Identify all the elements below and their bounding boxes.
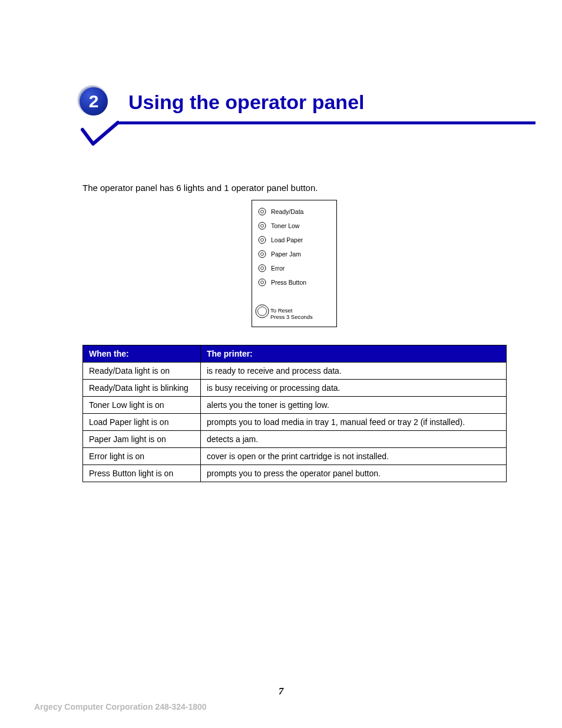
table-row: Error light is on cover is open or the p…	[83, 447, 507, 465]
table-cell-when: Paper Jam light is on	[83, 430, 201, 447]
table-cell-printer: is ready to receive and process data.	[201, 362, 507, 379]
panel-light-label: Ready/Data	[271, 209, 303, 215]
led-icon	[258, 250, 266, 258]
panel-light-row: Toner Low	[258, 222, 330, 230]
panel-light-label: Error	[271, 265, 285, 272]
table-cell-when: Ready/Data light is blinking	[83, 379, 201, 396]
led-icon	[258, 222, 266, 230]
table-header-when: When the:	[83, 345, 201, 362]
panel-light-row: Paper Jam	[258, 250, 330, 258]
table-row: Load Paper light is on prompts you to lo…	[83, 413, 507, 430]
table-cell-when: Ready/Data light is on	[83, 362, 201, 379]
svg-point-3	[261, 225, 264, 228]
table-cell-printer: is busy receiving or processing data.	[201, 379, 507, 396]
table-row: Toner Low light is on alerts you the ton…	[83, 396, 507, 413]
table-row: Ready/Data light is blinking is busy rec…	[83, 379, 507, 396]
chapter-title: Using the operator panel	[128, 91, 365, 114]
reset-text: To Reset Press 3 Seconds	[270, 308, 313, 321]
table-cell-printer: alerts you the toner is getting low.	[201, 396, 507, 413]
led-icon	[258, 236, 266, 244]
intro-text: The operator panel has 6 lights and 1 op…	[82, 183, 506, 193]
table-cell-printer: detects a jam.	[201, 430, 507, 447]
footer-text: Argecy Computer Corporation 248-324-1800	[34, 702, 207, 711]
table-cell-printer: prompts you to press the operator panel …	[201, 465, 507, 482]
panel-light-label: Paper Jam	[271, 251, 301, 258]
table-cell-when: Error light is on	[83, 447, 201, 465]
svg-point-6	[259, 251, 266, 258]
reset-button-icon	[255, 304, 269, 318]
chapter-number-badge: 2	[80, 87, 110, 118]
table-header-printer: The printer:	[201, 345, 507, 362]
svg-point-7	[261, 253, 264, 256]
svg-point-10	[259, 279, 266, 286]
table-cell-when: Press Button light is on	[83, 465, 201, 482]
table-cell-printer: prompts you to load media in tray 1, man…	[201, 413, 507, 430]
svg-point-0	[259, 208, 266, 215]
svg-point-2	[259, 222, 266, 229]
table-row: Paper Jam light is on detects a jam.	[83, 430, 507, 447]
panel-light-label: Load Paper	[271, 237, 303, 243]
svg-point-11	[261, 281, 264, 284]
led-icon	[258, 278, 266, 286]
operator-panel-illustration: Ready/Data Toner Low Load Paper Paper Ja…	[252, 200, 337, 327]
page-number: 7	[0, 686, 562, 697]
panel-light-row: Load Paper	[258, 236, 330, 244]
chapter-rule	[118, 121, 535, 124]
panel-light-row: Press Button	[258, 278, 330, 286]
table-row: Ready/Data light is on is ready to recei…	[83, 362, 507, 379]
panel-light-row: Ready/Data	[258, 207, 330, 216]
chapter-header: 2 Using the operator panel	[82, 83, 506, 153]
panel-light-row: Error	[258, 264, 330, 272]
svg-point-13	[258, 307, 267, 316]
led-icon	[258, 264, 266, 272]
status-table: When the: The printer: Ready/Data light …	[82, 345, 507, 482]
table-cell-printer: cover is open or the print cartridge is …	[201, 447, 507, 465]
panel-reset-area: To Reset Press 3 Seconds	[258, 304, 330, 321]
table-cell-when: Toner Low light is on	[83, 396, 201, 413]
table-row: Press Button light is on prompts you to …	[83, 465, 507, 482]
svg-point-5	[261, 239, 264, 242]
svg-point-1	[261, 210, 264, 213]
table-cell-when: Load Paper light is on	[83, 413, 201, 430]
led-icon	[258, 207, 266, 216]
panel-light-label: Press Button	[271, 279, 306, 286]
svg-point-4	[259, 236, 266, 243]
panel-light-label: Toner Low	[271, 223, 299, 229]
chapter-number: 2	[80, 87, 108, 116]
svg-point-9	[261, 267, 264, 270]
svg-point-8	[259, 265, 266, 272]
